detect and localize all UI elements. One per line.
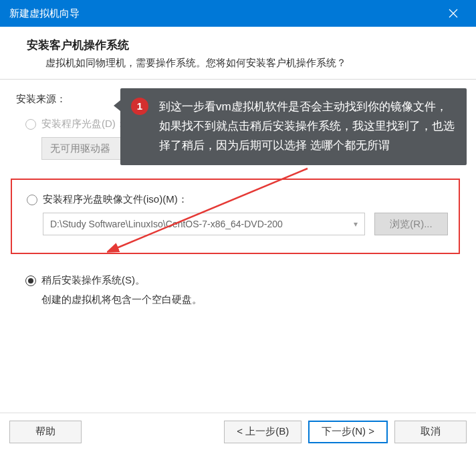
radio-iso[interactable]: 安装程序光盘映像文件(iso)(M)：: [27, 193, 448, 206]
radio-icon: [25, 119, 36, 130]
page-subtitle: 虚拟机如同物理机，需要操作系统。您将如何安装客户机操作系统？: [27, 57, 449, 70]
next-button[interactable]: 下一步(N) >: [308, 421, 388, 443]
option-iso-section: 安装程序光盘映像文件(iso)(M)： D:\Study Software\Li…: [27, 193, 448, 235]
radio-icon: [25, 275, 36, 286]
radio-disc-label: 安装程序光盘(D)：: [41, 118, 126, 130]
back-button[interactable]: < 上一步(B): [224, 421, 302, 443]
titlebar: 新建虚拟机向导: [0, 0, 476, 27]
chevron-down-icon: ▾: [354, 219, 358, 229]
radio-later-label: 稍后安装操作系统(S)。: [41, 274, 145, 287]
close-button[interactable]: [440, 0, 467, 27]
iso-input-row: D:\Study Software\LinuxIso\CentOS-7-x86_…: [43, 213, 448, 235]
radio-iso-label: 安装程序光盘映像文件(iso)(M)：: [43, 193, 188, 206]
drive-dropdown-text: 无可用驱动器: [50, 142, 110, 155]
radio-icon: [27, 195, 37, 205]
window-title: 新建虚拟机向导: [9, 7, 80, 20]
cancel-button[interactable]: 取消: [394, 421, 467, 443]
browse-button[interactable]: 浏览(R)...: [374, 213, 448, 235]
callout-text: 到这一步看vm虚拟机软件是否会主动找到你的镜像文件，如果找不到就点击稍后安装操作…: [159, 100, 455, 152]
annotation-callout: 1 到这一步看vm虚拟机软件是否会主动找到你的镜像文件，如果找不到就点击稍后安装…: [120, 88, 467, 165]
callout-tail-icon: [114, 100, 120, 111]
radio-later[interactable]: 稍后安装操作系统(S)。: [25, 274, 460, 287]
callout-badge: 1: [131, 98, 148, 115]
footer: 帮助 < 上一步(B) 下一步(N) > 取消: [0, 413, 476, 450]
iso-path-dropdown[interactable]: D:\Study Software\LinuxIso\CentOS-7-x86_…: [43, 213, 365, 235]
help-button[interactable]: 帮助: [9, 421, 82, 443]
wizard-header: 安装客户机操作系统 虚拟机如同物理机，需要操作系统。您将如何安装客户机操作系统？: [0, 27, 476, 80]
page-title: 安装客户机操作系统: [27, 37, 449, 53]
iso-path-text: D:\Study Software\LinuxIso\CentOS-7-x86_…: [50, 219, 283, 229]
highlight-box: 安装程序光盘映像文件(iso)(M)： D:\Study Software\Li…: [11, 179, 460, 254]
later-description: 创建的虚拟机将包含一个空白硬盘。: [41, 294, 460, 306]
option-later-section: 稍后安装操作系统(S)。 创建的虚拟机将包含一个空白硬盘。: [25, 274, 460, 306]
close-icon: [449, 9, 458, 18]
